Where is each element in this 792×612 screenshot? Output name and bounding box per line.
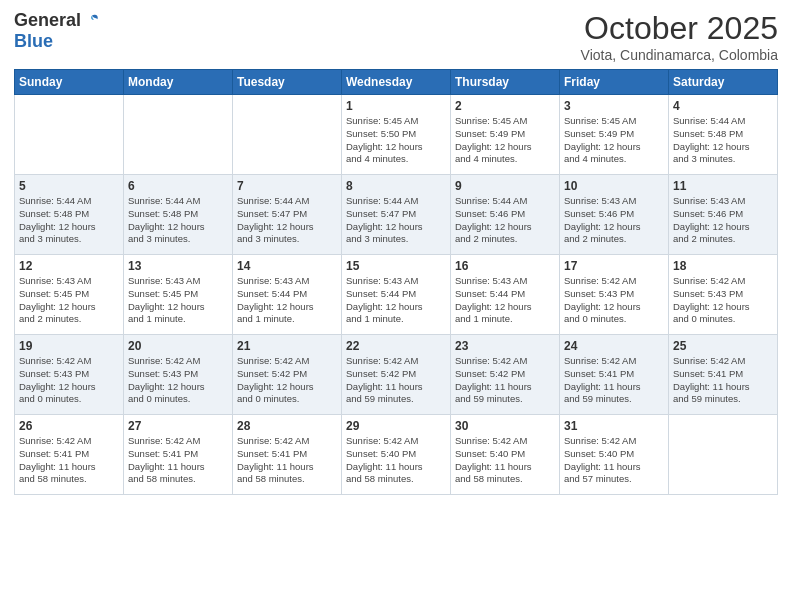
day-number: 30 <box>455 419 555 433</box>
table-row: 7Sunrise: 5:44 AM Sunset: 5:47 PM Daylig… <box>233 175 342 255</box>
title-block: October 2025 Viota, Cundinamarca, Colomb… <box>581 10 778 63</box>
day-info: Sunrise: 5:42 AM Sunset: 5:41 PM Dayligh… <box>237 435 337 486</box>
day-info: Sunrise: 5:45 AM Sunset: 5:50 PM Dayligh… <box>346 115 446 166</box>
day-info: Sunrise: 5:44 AM Sunset: 5:48 PM Dayligh… <box>673 115 773 166</box>
logo-general-text: General <box>14 10 81 31</box>
logo: General Blue <box>14 10 101 52</box>
col-thursday: Thursday <box>451 70 560 95</box>
page-header: General Blue October 2025 Viota, Cundina… <box>14 10 778 63</box>
calendar-row: 19Sunrise: 5:42 AM Sunset: 5:43 PM Dayli… <box>15 335 778 415</box>
day-number: 1 <box>346 99 446 113</box>
table-row <box>15 95 124 175</box>
day-number: 18 <box>673 259 773 273</box>
col-tuesday: Tuesday <box>233 70 342 95</box>
table-row: 8Sunrise: 5:44 AM Sunset: 5:47 PM Daylig… <box>342 175 451 255</box>
day-number: 11 <box>673 179 773 193</box>
day-info: Sunrise: 5:44 AM Sunset: 5:48 PM Dayligh… <box>19 195 119 246</box>
day-number: 4 <box>673 99 773 113</box>
page-container: General Blue October 2025 Viota, Cundina… <box>0 0 792 505</box>
table-row <box>233 95 342 175</box>
day-info: Sunrise: 5:45 AM Sunset: 5:49 PM Dayligh… <box>564 115 664 166</box>
day-info: Sunrise: 5:44 AM Sunset: 5:46 PM Dayligh… <box>455 195 555 246</box>
col-sunday: Sunday <box>15 70 124 95</box>
table-row: 13Sunrise: 5:43 AM Sunset: 5:45 PM Dayli… <box>124 255 233 335</box>
table-row: 2Sunrise: 5:45 AM Sunset: 5:49 PM Daylig… <box>451 95 560 175</box>
col-friday: Friday <box>560 70 669 95</box>
col-saturday: Saturday <box>669 70 778 95</box>
day-number: 2 <box>455 99 555 113</box>
calendar-row: 1Sunrise: 5:45 AM Sunset: 5:50 PM Daylig… <box>15 95 778 175</box>
day-number: 24 <box>564 339 664 353</box>
table-row: 16Sunrise: 5:43 AM Sunset: 5:44 PM Dayli… <box>451 255 560 335</box>
day-number: 20 <box>128 339 228 353</box>
table-row: 29Sunrise: 5:42 AM Sunset: 5:40 PM Dayli… <box>342 415 451 495</box>
table-row: 6Sunrise: 5:44 AM Sunset: 5:48 PM Daylig… <box>124 175 233 255</box>
day-info: Sunrise: 5:43 AM Sunset: 5:46 PM Dayligh… <box>673 195 773 246</box>
logo-bird-icon <box>83 12 101 30</box>
day-number: 31 <box>564 419 664 433</box>
table-row: 23Sunrise: 5:42 AM Sunset: 5:42 PM Dayli… <box>451 335 560 415</box>
day-info: Sunrise: 5:42 AM Sunset: 5:40 PM Dayligh… <box>564 435 664 486</box>
day-info: Sunrise: 5:43 AM Sunset: 5:44 PM Dayligh… <box>346 275 446 326</box>
day-info: Sunrise: 5:44 AM Sunset: 5:47 PM Dayligh… <box>346 195 446 246</box>
day-number: 7 <box>237 179 337 193</box>
day-number: 5 <box>19 179 119 193</box>
day-number: 29 <box>346 419 446 433</box>
day-info: Sunrise: 5:42 AM Sunset: 5:42 PM Dayligh… <box>346 355 446 406</box>
day-number: 9 <box>455 179 555 193</box>
day-info: Sunrise: 5:43 AM Sunset: 5:44 PM Dayligh… <box>455 275 555 326</box>
col-wednesday: Wednesday <box>342 70 451 95</box>
table-row: 18Sunrise: 5:42 AM Sunset: 5:43 PM Dayli… <box>669 255 778 335</box>
day-number: 21 <box>237 339 337 353</box>
day-info: Sunrise: 5:42 AM Sunset: 5:43 PM Dayligh… <box>128 355 228 406</box>
table-row <box>669 415 778 495</box>
table-row: 1Sunrise: 5:45 AM Sunset: 5:50 PM Daylig… <box>342 95 451 175</box>
day-number: 23 <box>455 339 555 353</box>
day-info: Sunrise: 5:44 AM Sunset: 5:47 PM Dayligh… <box>237 195 337 246</box>
table-row: 12Sunrise: 5:43 AM Sunset: 5:45 PM Dayli… <box>15 255 124 335</box>
day-info: Sunrise: 5:42 AM Sunset: 5:41 PM Dayligh… <box>19 435 119 486</box>
calendar-row: 5Sunrise: 5:44 AM Sunset: 5:48 PM Daylig… <box>15 175 778 255</box>
day-number: 14 <box>237 259 337 273</box>
day-info: Sunrise: 5:42 AM Sunset: 5:43 PM Dayligh… <box>673 275 773 326</box>
day-info: Sunrise: 5:42 AM Sunset: 5:41 PM Dayligh… <box>128 435 228 486</box>
day-info: Sunrise: 5:45 AM Sunset: 5:49 PM Dayligh… <box>455 115 555 166</box>
day-info: Sunrise: 5:42 AM Sunset: 5:41 PM Dayligh… <box>564 355 664 406</box>
calendar-row: 26Sunrise: 5:42 AM Sunset: 5:41 PM Dayli… <box>15 415 778 495</box>
table-row: 27Sunrise: 5:42 AM Sunset: 5:41 PM Dayli… <box>124 415 233 495</box>
day-info: Sunrise: 5:42 AM Sunset: 5:42 PM Dayligh… <box>455 355 555 406</box>
day-info: Sunrise: 5:43 AM Sunset: 5:45 PM Dayligh… <box>128 275 228 326</box>
day-info: Sunrise: 5:44 AM Sunset: 5:48 PM Dayligh… <box>128 195 228 246</box>
table-row <box>124 95 233 175</box>
day-number: 13 <box>128 259 228 273</box>
table-row: 9Sunrise: 5:44 AM Sunset: 5:46 PM Daylig… <box>451 175 560 255</box>
calendar-table: Sunday Monday Tuesday Wednesday Thursday… <box>14 69 778 495</box>
table-row: 22Sunrise: 5:42 AM Sunset: 5:42 PM Dayli… <box>342 335 451 415</box>
table-row: 3Sunrise: 5:45 AM Sunset: 5:49 PM Daylig… <box>560 95 669 175</box>
day-number: 6 <box>128 179 228 193</box>
day-info: Sunrise: 5:42 AM Sunset: 5:40 PM Dayligh… <box>346 435 446 486</box>
table-row: 24Sunrise: 5:42 AM Sunset: 5:41 PM Dayli… <box>560 335 669 415</box>
day-info: Sunrise: 5:42 AM Sunset: 5:42 PM Dayligh… <box>237 355 337 406</box>
day-info: Sunrise: 5:42 AM Sunset: 5:43 PM Dayligh… <box>19 355 119 406</box>
day-number: 3 <box>564 99 664 113</box>
day-number: 17 <box>564 259 664 273</box>
day-number: 26 <box>19 419 119 433</box>
table-row: 19Sunrise: 5:42 AM Sunset: 5:43 PM Dayli… <box>15 335 124 415</box>
location: Viota, Cundinamarca, Colombia <box>581 47 778 63</box>
table-row: 25Sunrise: 5:42 AM Sunset: 5:41 PM Dayli… <box>669 335 778 415</box>
table-row: 28Sunrise: 5:42 AM Sunset: 5:41 PM Dayli… <box>233 415 342 495</box>
day-number: 25 <box>673 339 773 353</box>
day-number: 12 <box>19 259 119 273</box>
day-info: Sunrise: 5:43 AM Sunset: 5:44 PM Dayligh… <box>237 275 337 326</box>
table-row: 30Sunrise: 5:42 AM Sunset: 5:40 PM Dayli… <box>451 415 560 495</box>
day-number: 8 <box>346 179 446 193</box>
day-number: 22 <box>346 339 446 353</box>
table-row: 15Sunrise: 5:43 AM Sunset: 5:44 PM Dayli… <box>342 255 451 335</box>
day-number: 28 <box>237 419 337 433</box>
day-number: 19 <box>19 339 119 353</box>
col-monday: Monday <box>124 70 233 95</box>
day-info: Sunrise: 5:43 AM Sunset: 5:46 PM Dayligh… <box>564 195 664 246</box>
table-row: 4Sunrise: 5:44 AM Sunset: 5:48 PM Daylig… <box>669 95 778 175</box>
header-row: Sunday Monday Tuesday Wednesday Thursday… <box>15 70 778 95</box>
